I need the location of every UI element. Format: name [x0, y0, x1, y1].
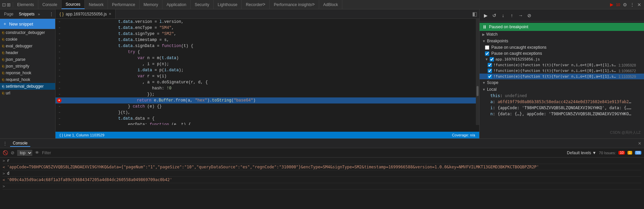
tab-sources[interactable]: Sources [62, 0, 85, 9]
console-tab[interactable]: Console [10, 140, 30, 147]
snippet-item-json-parse[interactable]: ⎗ json_parse [0, 56, 55, 63]
filter-icon[interactable]: ⊘ [11, 150, 14, 155]
code-line: - t.data.encType = "SM4", [55, 25, 479, 31]
snippet-item-cookie[interactable]: ⎗ cookie [0, 36, 55, 43]
snippet-item-response-hook[interactable]: ⎗ reponse_hook [0, 70, 55, 76]
console-close[interactable]: ✕ [638, 141, 641, 146]
breakpoints-section-header[interactable]: ▼ Breakpoints [480, 38, 644, 44]
local-label: Local [487, 87, 497, 92]
tab-console[interactable]: Console [38, 0, 62, 9]
sidebar-more-icon[interactable]: » [38, 12, 40, 16]
bp-item-2-checkbox[interactable] [488, 69, 492, 73]
info-count-badge: 59 [635, 151, 641, 155]
snippet-item-json-stringify[interactable]: ⎗ json_stringify [0, 63, 55, 70]
clear-console-icon[interactable]: 🚫 [3, 150, 8, 155]
bp-item-1[interactable]: !function(e){function t(t){for(var n,i,o… [480, 62, 644, 68]
breakpoints-label: Breakpoints [487, 39, 508, 43]
console-close-icon[interactable]: ✕ [638, 141, 641, 146]
tab-elements[interactable]: Elements [13, 0, 38, 9]
more-icon[interactable]: ⋮ [630, 2, 635, 7]
sidebar-tab-page[interactable]: Page [1, 11, 16, 17]
eye-icon[interactable]: 👁 [35, 150, 39, 155]
code-editor[interactable]: - t.data.version = l.version, - t.data.e… [55, 19, 479, 132]
watch-section-header[interactable]: ▶ Watch [480, 31, 644, 38]
local-chevron-icon: ▼ [482, 88, 486, 91]
elements-icon[interactable]: ⊞ [7, 2, 11, 7]
code-lines-container: - t.data.version = l.version, - t.data.e… [55, 19, 479, 125]
tab-recorder[interactable]: Recorder ⟳ [242, 0, 270, 9]
resume-btn[interactable]: ▶ [482, 12, 489, 19]
code-line: - try { [55, 49, 479, 55]
code-line: - t.data.timestamp = s, [55, 37, 479, 43]
bp-item-1-line: 1:1095928 [618, 63, 636, 67]
filter-input[interactable] [42, 151, 564, 155]
pause-uncaught-row[interactable]: Pause on uncaught exceptions [480, 44, 644, 50]
warn-count-badge: 1 [628, 151, 632, 155]
bp-item-2[interactable]: !function(e){function t(t){for(var n,i,o… [480, 68, 644, 74]
tab-lighthouse[interactable]: Lighthouse [214, 0, 242, 9]
step-into-btn[interactable]: ↓ [500, 12, 506, 19]
console-line-5[interactable]: > [3, 183, 641, 190]
console-input[interactable] [7, 184, 641, 189]
tab-memory[interactable]: Memory [140, 0, 162, 9]
tab-network[interactable]: Network [85, 0, 108, 9]
bp-file-header[interactable]: ▼ app.1697015255056.js [480, 56, 644, 62]
level-select[interactable]: Default levels ▼ [567, 151, 596, 155]
pause-icon: ⏸ [482, 24, 487, 30]
snippet-item-header[interactable]: ⎗ header [0, 49, 55, 56]
step-out-btn[interactable]: ↑ [508, 12, 515, 19]
bp-item-2-text: !function(e){function t(t){for(var n,i,o… [493, 69, 617, 73]
step-over-btn[interactable]: ↺ [491, 12, 498, 19]
close-icon[interactable]: ✕ [637, 2, 641, 7]
context-select[interactable]: top [17, 150, 32, 156]
scope-label: Scope [487, 80, 498, 85]
bp-item-3[interactable]: !function(e){function t(t){for(var n,i,o… [480, 74, 644, 79]
bp-item-3-text: !function(e){function t(t){for(var n,i,o… [493, 74, 617, 79]
sidebar-gear-icon[interactable]: ⋮ [49, 11, 54, 17]
snippet-item-url[interactable]: ⎗ url [0, 90, 55, 96]
snippet-item-setinterval[interactable]: ⎗ setInterval_debugger [0, 83, 55, 90]
deactivate-btn[interactable]: ⊘ [526, 12, 533, 19]
code-tab-file[interactable]: { } app.1697015255056.js ✕ [55, 9, 116, 18]
bp-filename: app.1697015255056.js [495, 57, 540, 61]
youtube-icon: ▶ [610, 2, 613, 7]
code-line-breakpoint: ● return e.Buffer.from(a, "hex").toStrin… [55, 97, 479, 103]
snippet-item-request-hook[interactable]: ⎗ request_hook [0, 76, 55, 83]
tab-adblock[interactable]: AdBlock [319, 0, 342, 9]
bp-file-checkbox[interactable] [490, 57, 494, 61]
right-panel: ▶ ↺ ↓ ↑ → ⊘ ⏸ Paused on breakpoint ▶ Wat… [479, 9, 644, 138]
settings-icon[interactable]: ⚙ [623, 2, 627, 7]
code-line: - t.data.version = l.version, [55, 19, 479, 25]
pause-caught-checkbox[interactable] [485, 51, 489, 56]
local-section-header[interactable]: ▼ Local [480, 86, 644, 93]
snippet-file-icon: ⎗ [2, 37, 4, 41]
bp-item-1-checkbox[interactable] [488, 63, 492, 67]
bp-item-3-checkbox[interactable] [488, 74, 492, 79]
pause-caught-row[interactable]: Pause on caught exceptions [480, 50, 644, 56]
snippet-item-constructor[interactable]: ⎗ constructor_debugger [0, 29, 55, 36]
snippet-item-eval[interactable]: ⎗ eval_debugger [0, 43, 55, 49]
new-snippet-button[interactable]: ＋ New snippet [0, 19, 55, 29]
step-btn[interactable]: → [517, 12, 524, 19]
paused-header: ⏸ Paused on breakpoint [480, 23, 644, 31]
tab-filename: app.1697015255056.js [66, 12, 107, 16]
tab-application[interactable]: Application [162, 0, 191, 9]
bottom-console: ⋮ Console ✕ 🚫 ⊘ top 👁 Default levels ▼ 7… [0, 138, 644, 209]
collapse-panel-btn[interactable]: ◧ [470, 11, 479, 17]
scope-i: i: {appCode: 'T98HPCGN5ZVVQBS8LZQNOAEXVI… [480, 105, 644, 111]
console-line-1: > r [3, 158, 641, 164]
dock-icon[interactable]: ⊡ [2, 2, 6, 7]
code-line: - var r = v(i) [55, 73, 479, 79]
tab-security[interactable]: Security [191, 0, 214, 9]
pause-uncaught-checkbox[interactable] [485, 45, 489, 50]
tab-close-icon[interactable]: ✕ [109, 12, 111, 16]
console-drag-handle[interactable]: ⋮ [3, 141, 7, 146]
scrollbar-vertical[interactable] [476, 19, 479, 125]
bp-file-chevron: ▼ [485, 57, 488, 61]
scope-section-header[interactable]: ▼ Scope [480, 79, 644, 86]
tab-performance[interactable]: Performance [108, 0, 140, 9]
code-line: - t.data.data = { [55, 116, 479, 122]
code-line: - , a = o.doSignature(r, d, { [55, 79, 479, 85]
sidebar-tab-snippets[interactable]: Snippets [16, 11, 37, 17]
tab-performance-insights[interactable]: Performance insights ⟳ [270, 0, 319, 9]
